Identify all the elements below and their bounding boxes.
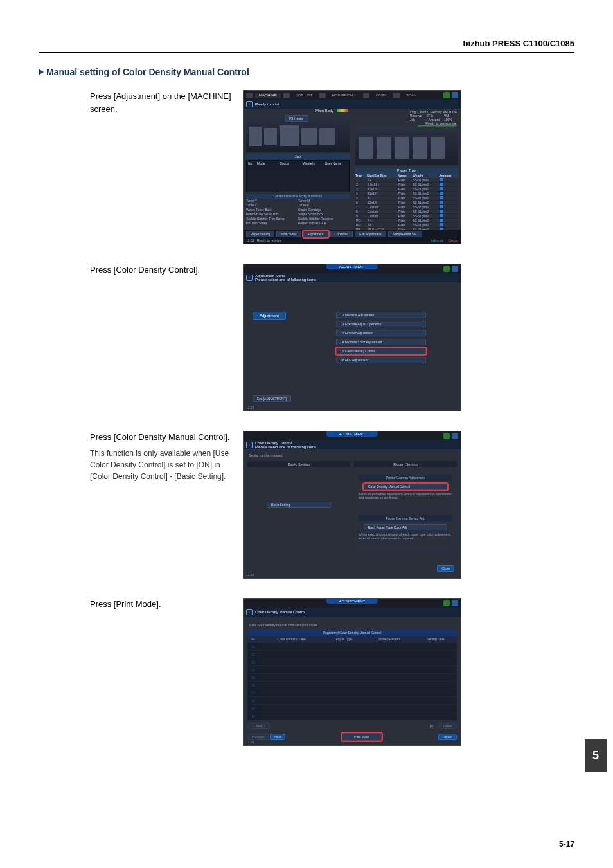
screenshot-print-mode: ADJUSTMENT i Color Density Manual Contro… (243, 598, 461, 746)
prev-page-button[interactable]: ← Next ↑ (247, 723, 270, 729)
paper-tray-table: Tray Size/Set Size Name Weight Amount 1A… (355, 173, 458, 232)
cancel-link[interactable]: Cancel (448, 239, 458, 242)
section-title: Manual setting of Color Density Manual C… (39, 67, 574, 77)
header-rule (39, 52, 574, 53)
tab-copy[interactable]: COPY (372, 93, 391, 98)
tray-diagram (355, 127, 458, 165)
each-paper-type-button[interactable]: Each Paper Type Color Adj. (364, 524, 447, 530)
previous-button[interactable]: Previous (247, 734, 269, 740)
exit-adjustment-button[interactable]: Exit Adjustment (355, 231, 386, 237)
menu-finisher-adjustment[interactable]: 03 Finisher Adjustment (336, 330, 426, 336)
controller-button[interactable]: Controller (330, 231, 353, 237)
step3-text: Press [Color Density Manual Control]. (90, 431, 231, 444)
cdmc-title: Color Density Manual Control (255, 610, 305, 614)
jobcol-status: Status (280, 161, 302, 165)
consumables-header: Consumable and Scrap Indicators (246, 194, 350, 199)
paper-setting-button[interactable]: Paper Setting (246, 231, 274, 237)
sample-print-button[interactable]: Sample Print Set. (388, 231, 422, 237)
jobcol-no: No. (248, 161, 257, 165)
return-button[interactable]: Return (438, 734, 457, 740)
time: 12:28 (246, 573, 254, 577)
printer-gamma-header: Printer Gamma Adjustment (359, 475, 452, 481)
paper-tray-header: Paper Tray (355, 168, 458, 173)
tab-joblist[interactable]: JOB LIST (292, 93, 317, 98)
step4-text: Press [Print Mode]. (90, 598, 231, 611)
pager-text: 1/2 (429, 724, 434, 728)
machine-diagram: FS Heater (246, 114, 350, 152)
job-list: No. Mode Status Minute(s) User Name (246, 160, 350, 192)
help-icon[interactable] (452, 92, 458, 98)
banner-adjustment: ADJUSTMENT (326, 431, 378, 437)
consumables-grid: Toner YToner M Toner CToner K Waste Tone… (246, 199, 350, 225)
color-density-manual-control-button[interactable]: Color Density Manual Control (364, 484, 447, 490)
gamma-sensor-header: Printer Gamma Sensor Adj. (359, 515, 452, 521)
step3-sub: This function is only available when [Us… (90, 448, 231, 482)
both-sides-button[interactable]: Both Sides (276, 231, 301, 237)
main-body-label: Main Body (315, 109, 333, 113)
close-button[interactable]: Close (437, 565, 454, 572)
info-icon: i (246, 275, 253, 281)
help-icon[interactable] (452, 600, 458, 606)
jobcol-mode: Mode (257, 161, 280, 165)
make-control-note: Make color density manual control in pri… (249, 623, 456, 627)
file-label: File Amount (429, 114, 444, 122)
model-header: bizhub PRESS C1100/C1085 (39, 39, 574, 48)
settings-icon[interactable] (443, 600, 450, 606)
chapter-tab: 5 (585, 739, 607, 772)
status-time: 12:31 (246, 239, 254, 242)
reserve-label: Reserve Job (410, 114, 427, 122)
each-paper-note: When executing adjustment of each paper … (359, 532, 452, 540)
screenshot-machine: MACHINE JOB LIST HDD RECALL COPY SCAN i … (243, 90, 461, 244)
expert-setting-header: Expert Setting (354, 461, 457, 467)
triangle-icon (39, 69, 44, 75)
adjustment-button[interactable]: Adjustment (303, 231, 328, 237)
step2-text: Press [Color Density Control]. (90, 264, 231, 276)
setting-changed-note: Setting can be changed (249, 453, 456, 457)
settings-icon[interactable] (443, 266, 450, 272)
ready-text: Ready to print (255, 102, 279, 106)
file-val: VM 100% (444, 114, 457, 122)
time: 12:29 (246, 406, 254, 410)
fs-heater-button[interactable]: FS Heater (285, 115, 308, 122)
exit-adjustment-button[interactable]: Exit [ADJUSTMENT] (253, 395, 291, 402)
job-header: Job (246, 154, 350, 159)
hdd-icon (319, 93, 326, 98)
adjustment-side-button[interactable]: Adjustment (253, 312, 286, 320)
info-icon: i (246, 442, 253, 448)
basic-setting-button[interactable]: Basic Setting (267, 502, 331, 508)
jobcol-min: Minute(s) (303, 161, 325, 165)
help-icon[interactable] (452, 266, 458, 272)
tab-machine[interactable]: MACHINE (255, 93, 281, 98)
menu-execute-adjust[interactable]: 02 Execute Adjust Operation (336, 321, 426, 327)
next-button[interactable]: Next (270, 734, 285, 740)
delete-button[interactable]: Delete (439, 723, 457, 729)
scan-icon (393, 93, 400, 98)
info-icon: i (246, 609, 253, 615)
step1-text: Press [Adjustment] on the [MACHINE] scre… (90, 90, 231, 115)
page-number: 5-17 (559, 840, 574, 849)
banner-adjustment: ADJUSTMENT (326, 264, 378, 269)
registered-header: Registered Color Density Manual Control (247, 629, 457, 636)
adj-title2: Please select one of following items (255, 278, 316, 282)
tab-scan[interactable]: SCAN (402, 93, 421, 98)
status-text: Ready to receive (257, 239, 281, 242)
menu-adf-adjustment[interactable]: 06 ADF Adjustment (336, 357, 426, 363)
menu-color-density-control[interactable]: 05 Color Density Control (336, 348, 426, 354)
registered-table: No. Color Demand Date Paper Type Screen … (247, 636, 457, 720)
basic-setting-header: Basic Setting (247, 461, 350, 467)
toner-gauge-icon (337, 109, 348, 112)
settings-icon[interactable] (443, 92, 450, 98)
section-title-text: Manual setting of Color Density Manual C… (46, 67, 249, 77)
help-icon[interactable] (452, 433, 458, 439)
cdc-title2: Please select one of following items (255, 445, 316, 449)
time: 12:26 (246, 740, 254, 744)
advance-link[interactable]: Advance (431, 239, 443, 242)
print-mode-button[interactable]: Print Mode (342, 733, 382, 741)
settings-icon[interactable] (443, 433, 450, 439)
tab-hddrecall[interactable]: HDD RECALL (328, 93, 360, 98)
joblist-icon (283, 93, 290, 98)
info-icon: i (246, 101, 253, 107)
jobcol-user: User Name (325, 161, 348, 165)
menu-machine-adjustment[interactable]: 01 Machine Adjustment (336, 312, 426, 318)
menu-process-color[interactable]: 04 Process Color Adjustment (336, 339, 426, 345)
